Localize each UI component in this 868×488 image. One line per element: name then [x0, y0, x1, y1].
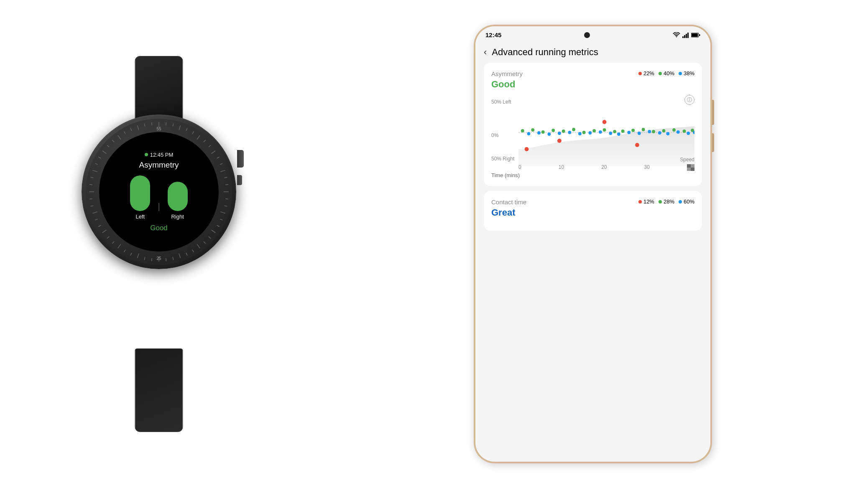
watch-face: 12:45 PM Asymmetry Left |	[99, 132, 219, 252]
contact-legend: 12% 28% 60%	[638, 198, 694, 205]
contact-section: Contact time 12% 28%	[484, 191, 702, 231]
watch-screen-label: Asymmetry	[139, 160, 179, 170]
svg-line-21	[211, 230, 215, 233]
svg-point-101	[599, 130, 602, 134]
svg-line-44	[89, 199, 92, 199]
asymmetry-section: Asymmetry 22% 40%	[484, 63, 702, 186]
svg-line-52	[107, 145, 109, 147]
svg-line-50	[98, 157, 101, 159]
watch-body: 55 10 25 40 12:45 PM Asymmetry	[82, 114, 236, 269]
right-bar-group: Right	[168, 182, 188, 220]
svg-line-28	[173, 257, 173, 260]
svg-point-106	[648, 130, 651, 133]
svg-line-6	[197, 135, 200, 140]
svg-line-35	[124, 250, 126, 252]
svg-point-73	[557, 139, 562, 143]
svg-rect-114	[687, 168, 691, 171]
side-button[interactable]	[712, 100, 714, 125]
svg-line-2	[173, 124, 173, 127]
svg-line-54	[118, 135, 121, 140]
svg-line-34	[130, 253, 132, 255]
svg-point-90	[662, 129, 666, 132]
svg-line-32	[144, 257, 145, 260]
svg-rect-115	[691, 168, 694, 171]
left-bar-label: Left	[136, 214, 145, 220]
legend-dot-red	[638, 72, 642, 75]
legend-item-1: 40%	[659, 70, 674, 76]
svg-line-10	[217, 157, 220, 159]
svg-line-51	[102, 151, 107, 154]
contact-dot-blue	[679, 200, 682, 203]
contact-legend-1: 28%	[659, 198, 674, 205]
svg-rect-112	[687, 164, 691, 168]
svg-line-57	[137, 125, 139, 130]
svg-point-105	[638, 132, 641, 135]
svg-line-40	[98, 225, 101, 227]
svg-point-76	[521, 129, 524, 132]
svg-point-91	[672, 128, 676, 132]
svg-point-87	[631, 129, 635, 132]
svg-point-109	[677, 130, 680, 134]
svg-point-82	[582, 131, 586, 134]
svg-line-43	[91, 206, 94, 206]
contact-legend-2: 60%	[679, 198, 694, 205]
svg-line-12	[220, 170, 225, 172]
volume-button[interactable]	[712, 133, 714, 152]
svg-point-103	[617, 132, 620, 136]
svg-point-96	[548, 132, 551, 136]
x-label-30: 30	[644, 164, 650, 171]
x-label-0: 0	[518, 164, 521, 171]
contact-header: Contact time 12% 28%	[491, 198, 694, 206]
svg-point-72	[525, 147, 529, 151]
watch-time-row: 12:45 PM	[145, 152, 174, 158]
svg-rect-69	[692, 33, 698, 37]
svg-line-4	[186, 128, 187, 130]
svg-line-7	[204, 140, 206, 142]
svg-point-74	[602, 120, 607, 124]
x-label-20: 20	[601, 164, 607, 171]
x-label-10: 10	[559, 164, 564, 171]
chart-y-bot: 50% Right	[491, 156, 514, 162]
svg-line-23	[204, 241, 206, 244]
asymmetry-status: Good	[491, 79, 694, 90]
svg-point-107	[658, 131, 661, 135]
svg-point-92	[683, 130, 686, 133]
svg-point-79	[551, 129, 555, 132]
gps-dot	[145, 153, 148, 156]
svg-line-27	[179, 253, 181, 258]
svg-point-104	[627, 131, 631, 134]
asymmetry-chart-svg	[518, 99, 694, 166]
asymmetry-chart: ⓘ 50% Left 0% 50% Right	[491, 95, 694, 178]
speed-label: Speed	[680, 157, 694, 163]
back-button[interactable]: ‹	[484, 47, 487, 58]
svg-point-94	[527, 132, 531, 135]
svg-point-86	[621, 130, 625, 133]
svg-rect-67	[687, 33, 689, 38]
header-title: Advanced running metrics	[492, 47, 598, 58]
legend-dot-blue	[679, 72, 682, 75]
legend-dot-green	[659, 72, 662, 75]
svg-point-81	[572, 128, 575, 131]
svg-point-98	[568, 131, 571, 134]
svg-point-88	[642, 128, 645, 131]
svg-line-25	[192, 250, 194, 252]
svg-line-9	[211, 151, 215, 154]
svg-line-16	[225, 199, 228, 199]
svg-point-100	[588, 131, 592, 135]
svg-line-33	[137, 253, 139, 258]
legend-value-2: 38%	[684, 70, 694, 76]
svg-line-39	[102, 230, 107, 233]
svg-line-55	[124, 131, 126, 134]
asymmetry-legend: 22% 40% 38%	[638, 70, 694, 76]
svg-line-13	[225, 177, 227, 178]
crown-mid	[237, 175, 242, 185]
svg-line-41	[95, 219, 97, 220]
svg-line-18	[220, 212, 225, 214]
svg-line-38	[107, 236, 109, 239]
svg-point-99	[578, 132, 582, 135]
svg-line-17	[225, 206, 227, 206]
watch-time: 12:45 PM	[150, 152, 174, 158]
flag-icon	[687, 164, 694, 171]
right-bar-label: Right	[171, 214, 184, 220]
svg-point-80	[562, 130, 565, 133]
